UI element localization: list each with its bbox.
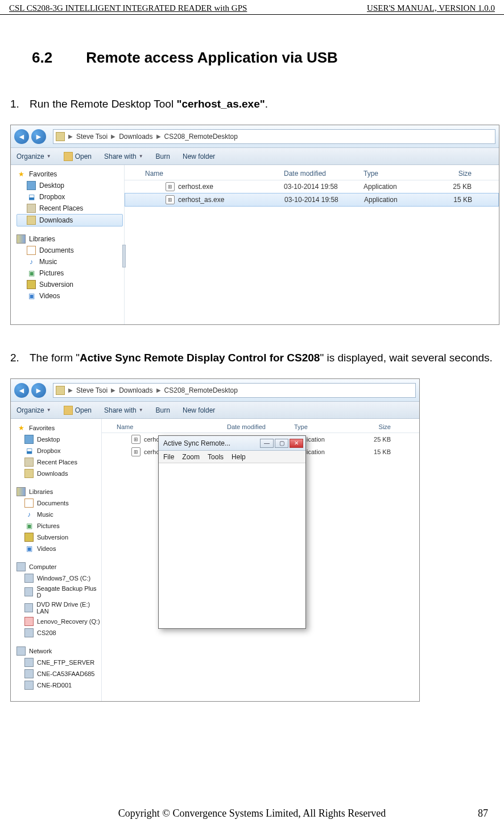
tree-header-libraries[interactable]: Libraries	[16, 233, 123, 245]
tree-item-drive-dvd[interactable]: DVD RW Drive (E:) LAN	[16, 600, 100, 616]
menu-file[interactable]: File	[163, 453, 174, 461]
popup-titlebar[interactable]: Active Sync Remote... — ▢ ✕	[159, 436, 305, 451]
open-icon	[64, 406, 73, 415]
tree-item-pictures[interactable]: ▣Pictures	[16, 267, 123, 279]
breadcrumb-part-1[interactable]: Steve Tsoi	[76, 386, 108, 394]
exe-icon: ⊞	[131, 435, 141, 444]
tree-item-network-3[interactable]: CNE-RD001	[16, 679, 100, 691]
tree-item-documents[interactable]: Documents	[16, 497, 100, 509]
burn-button[interactable]: Burn	[156, 153, 170, 160]
tree-header-favorites[interactable]: ★Favorites	[16, 168, 123, 180]
tree-item-music[interactable]: ♪Music	[16, 256, 123, 267]
step-2-pre: The form "	[30, 352, 80, 364]
tree-item-drive-seagate[interactable]: Seagate Backup Plus D	[16, 584, 100, 600]
popup-menubar: File Zoom Tools Help	[159, 451, 305, 463]
tree-item-documents[interactable]: Documents	[16, 245, 123, 256]
forward-button[interactable]: ►	[31, 383, 46, 398]
menu-help[interactable]: Help	[232, 453, 246, 461]
tree-item-desktop[interactable]: Desktop	[16, 434, 100, 445]
column-type[interactable]: Type	[363, 170, 437, 178]
column-size[interactable]: Size	[357, 423, 402, 430]
organize-button[interactable]: Organize ▼	[16, 153, 51, 160]
tree-header-favorites[interactable]: ★Favorites	[16, 422, 100, 434]
tree-item-downloads[interactable]: Downloads	[16, 214, 123, 226]
minimize-button[interactable]: —	[260, 439, 274, 448]
new-folder-button[interactable]: New folder	[183, 153, 215, 160]
pictures-icon: ▣	[24, 521, 34, 530]
music-icon: ♪	[24, 510, 34, 519]
back-button[interactable]: ◄	[14, 129, 29, 144]
step-1-post: .	[265, 98, 268, 110]
tree-item-videos[interactable]: ▣Videos	[16, 543, 100, 554]
tree-item-subversion[interactable]: Subversion	[16, 279, 123, 290]
videos-icon: ▣	[24, 544, 34, 553]
step-2-number: 2.	[10, 348, 30, 368]
tree-item-drive-c[interactable]: Windows7_OS (C:)	[16, 572, 100, 584]
breadcrumb[interactable]: ▶ Steve Tsoi ▶ Downloads ▶ CS208_RemoteD…	[53, 129, 495, 144]
tree-item-dropbox[interactable]: ⬓Dropbox	[16, 191, 123, 203]
file-name: cerhost_as.exe	[178, 196, 224, 204]
breadcrumb[interactable]: ▶ Steve Tsoi ▶ Downloads ▶ CS208_RemoteD…	[53, 383, 416, 398]
column-name[interactable]: Name	[102, 423, 227, 430]
file-row[interactable]: ⊞cerhost_as.exe 03-10-2014 19:58 Applica…	[125, 193, 499, 207]
explorer-screenshot-2-wrapper: ◄ ► ▶ Steve Tsoi ▶ Downloads ▶ CS208_Rem…	[10, 378, 494, 702]
tree-group-favorites: ★Favorites Desktop ⬓Dropbox Recent Place…	[16, 422, 100, 479]
file-size: 15 KB	[357, 448, 402, 455]
drive-icon	[24, 617, 34, 626]
share-with-button[interactable]: Share with ▼	[104, 153, 143, 160]
tree-item-desktop[interactable]: Desktop	[16, 180, 123, 191]
close-button[interactable]: ✕	[290, 439, 303, 448]
open-button[interactable]: Open	[64, 152, 92, 161]
tree-item-dropbox[interactable]: ⬓Dropbox	[16, 445, 100, 456]
tree-item-videos[interactable]: ▣Videos	[16, 290, 123, 302]
menu-tools[interactable]: Tools	[208, 453, 224, 461]
file-type: Application	[363, 183, 437, 191]
tree-item-drive-cs208[interactable]: CS208	[16, 627, 100, 639]
popup-title-text: Active Sync Remote...	[163, 439, 230, 447]
documents-icon	[27, 246, 36, 255]
subversion-icon	[24, 533, 34, 542]
open-button[interactable]: Open	[64, 406, 92, 415]
share-with-button[interactable]: Share with ▼	[104, 406, 143, 414]
tree-group-computer: Computer Windows7_OS (C:) Seagate Backup…	[16, 561, 100, 639]
breadcrumb-part-2[interactable]: Downloads	[119, 386, 152, 394]
step-1: 1. Run the Remote Desktop Tool "cerhost_…	[10, 94, 494, 114]
tree-header-network[interactable]: Network	[16, 645, 100, 657]
breadcrumb-part-2[interactable]: Downloads	[119, 133, 152, 141]
tree-item-subversion[interactable]: Subversion	[16, 532, 100, 543]
pane-resizer[interactable]	[122, 245, 126, 267]
tree-item-network-1[interactable]: CNE_FTP_SERVER	[16, 657, 100, 668]
tree-header-libraries[interactable]: Libraries	[16, 486, 100, 497]
column-size[interactable]: Size	[437, 170, 489, 178]
organize-button[interactable]: Organize ▼	[16, 406, 51, 414]
tree-item-recent[interactable]: Recent Places	[16, 203, 123, 214]
tree-header-computer[interactable]: Computer	[16, 561, 100, 572]
libraries-icon	[16, 234, 26, 244]
forward-button[interactable]: ►	[31, 129, 46, 144]
tree-item-music[interactable]: ♪Music	[16, 509, 100, 520]
maximize-button[interactable]: ▢	[275, 439, 288, 448]
file-size: 25 KB	[437, 183, 489, 191]
tree-item-pictures[interactable]: ▣Pictures	[16, 520, 100, 532]
new-folder-button[interactable]: New folder	[183, 406, 215, 414]
breadcrumb-part-1[interactable]: Steve Tsoi	[76, 133, 108, 141]
tree-item-downloads[interactable]: Downloads	[16, 468, 100, 479]
column-date[interactable]: Date modified	[284, 170, 363, 178]
breadcrumb-part-3[interactable]: CS208_RemoteDesktop	[164, 386, 238, 394]
column-headers: Name Date modified Type Size	[102, 421, 419, 433]
burn-button[interactable]: Burn	[156, 406, 170, 414]
back-button[interactable]: ◄	[14, 383, 29, 398]
explorer-screenshot-1: ◄ ► ▶ Steve Tsoi ▶ Downloads ▶ CS208_Rem…	[10, 125, 499, 325]
column-name[interactable]: Name	[125, 170, 284, 178]
tree-item-recent[interactable]: Recent Places	[16, 456, 100, 468]
menu-zoom[interactable]: Zoom	[182, 453, 200, 461]
recent-icon	[27, 204, 36, 213]
column-type[interactable]: Type	[294, 423, 357, 430]
tree-item-drive-recovery[interactable]: Lenovo_Recovery (Q:)	[16, 616, 100, 627]
dropbox-icon: ⬓	[27, 192, 36, 201]
step-1-bold: "cerhost_as.exe"	[176, 98, 265, 110]
file-row[interactable]: ⊞cerhost.exe 03-10-2014 19:58 Applicatio…	[125, 180, 499, 193]
tree-item-network-2[interactable]: CNE-CA53FAAD685	[16, 668, 100, 679]
column-date[interactable]: Date modified	[227, 423, 294, 430]
breadcrumb-part-3[interactable]: CS208_RemoteDesktop	[164, 133, 238, 141]
